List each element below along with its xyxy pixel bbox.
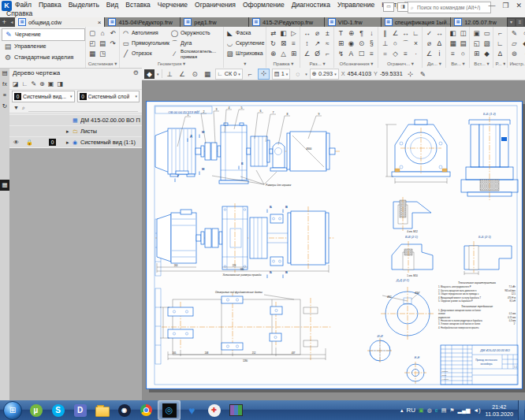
- ribbon-button-1-0[interactable]: ◠Автолиния: [121, 28, 169, 39]
- taskbar-app-chrome[interactable]: [136, 401, 157, 419]
- drawing-canvas-area[interactable]: ДМ 415-02.00.00 ВО: [142, 80, 525, 400]
- coordinate-system-combo[interactable]: ∟ СК 0 ▾: [215, 69, 243, 80]
- ribbon-icon-6-8[interactable]: ≡: [400, 49, 410, 58]
- grid-icon[interactable]: ▦: [203, 69, 213, 79]
- ribbon-icon-5-6[interactable]: ¶: [356, 28, 366, 38]
- ribbon-icon-5-5[interactable]: A: [346, 49, 356, 58]
- corner-mode-icon[interactable]: ⌐: [245, 69, 255, 79]
- ribbon-button-1-4[interactable]: ⌒Дуга: [170, 39, 222, 49]
- tray-icon-2[interactable]: ◍: [427, 407, 432, 413]
- tray-icon-3[interactable]: e: [435, 407, 438, 413]
- ribbon-icon-4-7[interactable]: ≈: [322, 39, 332, 48]
- ribbon-icon-8-2[interactable]: ≡: [448, 49, 457, 58]
- ribbon-icon-0-6[interactable]: ↶: [108, 28, 117, 38]
- ribbon-icon-5-7[interactable]: ⊙: [356, 39, 366, 48]
- document-tab-1[interactable]: ▦общвид.cdw×: [15, 17, 105, 27]
- tray-icon-7[interactable]: ◄): [473, 407, 480, 413]
- tray-icon-5[interactable]: ⚑: [449, 407, 454, 413]
- ribbon-icon-10-1[interactable]: ∟: [495, 39, 505, 48]
- ribbon-icon-9-0[interactable]: ▣: [471, 28, 481, 38]
- tray-icon-6[interactable]: ▂▄▆: [458, 407, 471, 413]
- ribbon-icon-6-5[interactable]: ◇: [390, 49, 400, 58]
- ribbon-icon-4-3[interactable]: ⌀: [312, 28, 322, 38]
- document-tab-4[interactable]: ▦415-2\Редуктор.frw: [249, 17, 325, 27]
- ribbon-icon-5-3[interactable]: ⊕: [346, 28, 356, 38]
- strip-icon-1[interactable]: ▤: [0, 68, 9, 79]
- expander-icon[interactable]: ▸: [66, 139, 69, 146]
- ribbon-button-2-1[interactable]: ◡Скругление: [225, 39, 264, 49]
- ribbon-button-1-5[interactable]: ∕Вспомогатель... прямая: [170, 49, 222, 59]
- ribbon-icon-5-4[interactable]: ◉: [346, 39, 356, 48]
- ribbon-icon-0-0[interactable]: ▢: [88, 28, 97, 38]
- ribbon-icon-6-6[interactable]: ↔: [400, 28, 410, 38]
- lock-icon[interactable]: 🔒: [26, 139, 33, 146]
- ribbon-icon-7-2[interactable]: ∠: [424, 49, 434, 58]
- last-command-icon[interactable]: ◆: [144, 69, 155, 79]
- ribbon-icon-4-5[interactable]: Ø: [312, 49, 322, 58]
- ribbon-icon-4-6[interactable]: ±: [322, 28, 332, 38]
- ribbon-icon-11-2[interactable]: ⊚: [509, 49, 519, 58]
- menu-item-1[interactable]: Файл: [15, 1, 32, 9]
- ribbon-button-2-0[interactable]: ◣Фаска: [225, 28, 264, 39]
- language-indicator[interactable]: RU: [406, 407, 415, 414]
- menu-item-6[interactable]: Черчение: [158, 1, 188, 9]
- close-button[interactable]: ✕: [516, 2, 522, 9]
- taskbar-app-steam[interactable]: ◉: [114, 401, 135, 419]
- ribbon-icon-3-4[interactable]: ⊠: [278, 39, 288, 48]
- ribbon-icon-4-4[interactable]: ↗: [312, 39, 322, 48]
- gear-icon[interactable]: ⚙: [133, 69, 139, 76]
- document-tab-2[interactable]: ▦415-04\Редуктор.frw: [105, 17, 181, 27]
- eye-icon[interactable]: 👁: [13, 139, 19, 145]
- panel-tool-icon-2[interactable]: ∟: [22, 80, 28, 87]
- tab-list-icon[interactable]: ▾: [508, 19, 515, 26]
- ribbon-icon-6-1[interactable]: ⊥: [380, 39, 389, 48]
- tray-icon-1[interactable]: ▣: [419, 407, 424, 413]
- ribbon-icon-7-3[interactable]: ↔: [434, 28, 444, 38]
- menu-item-4[interactable]: Вид: [106, 1, 118, 9]
- ribbon-tab-drawing[interactable]: ✎ Черчение: [2, 28, 85, 41]
- ribbon-icon-0-5[interactable]: ◳: [98, 49, 107, 58]
- menu-item-8[interactable]: Оформление: [243, 1, 285, 9]
- zoom-tool-icon[interactable]: ◌: [292, 69, 303, 79]
- ribbon-icon-0-4[interactable]: ▤: [98, 39, 107, 48]
- ribbon-icon-3-7[interactable]: ≡: [289, 39, 298, 48]
- layer-combo[interactable]: ▤ 1 ▾: [272, 69, 290, 80]
- ribbon-icon-0-3[interactable]: ⌂: [98, 28, 107, 38]
- ribbon-icon-9-2[interactable]: ⊞: [471, 49, 481, 58]
- document-tab-5[interactable]: ▦VID-1.frw: [325, 17, 382, 27]
- ribbon-icon-3-5[interactable]: △: [278, 49, 288, 58]
- taskbar-app-skype[interactable]: S: [47, 401, 69, 419]
- close-icon[interactable]: ×: [98, 19, 102, 26]
- ribbon-icon-3-8[interactable]: ⊞: [289, 49, 298, 58]
- tree-item-2[interactable]: ▸🗀Листы: [9, 126, 142, 136]
- rounding-toggle-icon[interactable]: ⊹: [258, 69, 270, 80]
- taskbar-app-discord[interactable]: D: [69, 401, 91, 419]
- ribbon-icon-8-4[interactable]: ▤: [458, 39, 467, 48]
- zoom-level-combo[interactable]: ⊕ 0.293 ▾: [310, 69, 339, 80]
- expander-icon[interactable]: ▸: [66, 128, 69, 135]
- tray-expand-icon[interactable]: ▴: [400, 407, 404, 413]
- ribbon-icon-7-5[interactable]: i: [434, 49, 444, 58]
- screen-mode-icon[interactable]: ◨: [397, 2, 408, 12]
- ribbon-icon-4-8[interactable]: ⌐: [322, 49, 332, 58]
- ribbon-icon-6-7[interactable]: ⌒: [400, 39, 410, 48]
- ribbon-icon-5-2[interactable]: ↯: [336, 49, 345, 58]
- ribbon-icon-6-9[interactable]: ∟: [411, 28, 420, 38]
- ribbon-icon-3-1[interactable]: ↻: [268, 39, 277, 48]
- taskbar-app-utorrent[interactable]: µ: [25, 401, 47, 419]
- panel-tool-icon-4[interactable]: ⊕: [39, 80, 45, 87]
- ribbon-icon-9-3[interactable]: ▭: [482, 28, 491, 38]
- ribbon-icon-6-3[interactable]: ∠: [390, 28, 400, 38]
- taskbar-app-winrar[interactable]: [225, 401, 247, 419]
- menu-item-10[interactable]: Управление: [337, 1, 374, 9]
- menu-item-2[interactable]: Правка: [39, 1, 61, 9]
- document-tab-6[interactable]: ▦спецификация 1ый…: [382, 17, 452, 27]
- ribbon-icon-5-0[interactable]: T: [336, 28, 345, 38]
- document-tab-7[interactable]: ▦12.05.07.frw: [451, 17, 508, 27]
- ribbon-button-1-2[interactable]: ╱Отрезок: [121, 49, 169, 59]
- ribbon-button-2-2[interactable]: ▨Штриховка: [225, 49, 264, 59]
- ribbon-button-1-3[interactable]: ◯Окружность: [170, 28, 222, 39]
- search-input[interactable]: [415, 4, 485, 11]
- restore-button[interactable]: ❐: [502, 2, 508, 9]
- tab-scroll-left-icon[interactable]: ◂: [9, 17, 15, 27]
